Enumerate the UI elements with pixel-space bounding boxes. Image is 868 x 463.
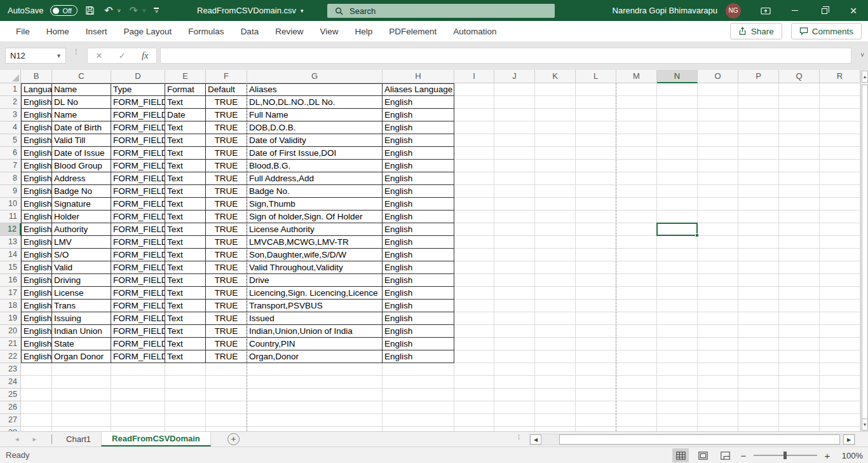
sheet-nav-left-icon[interactable]: ◂	[15, 435, 19, 443]
cell-O4[interactable]	[698, 121, 738, 134]
formula-input[interactable]	[160, 48, 851, 64]
cell-R7[interactable]	[820, 160, 860, 172]
tab-home[interactable]: Home	[38, 21, 78, 42]
cell-E22[interactable]: Text	[165, 350, 206, 363]
cell-P23[interactable]	[738, 363, 779, 376]
cell-I16[interactable]	[454, 274, 494, 287]
cell-B25[interactable]	[21, 389, 52, 401]
cell-M8[interactable]	[616, 172, 657, 185]
tab-automation[interactable]: Automation	[445, 21, 505, 42]
cell-K16[interactable]	[535, 274, 576, 287]
cell-O12[interactable]	[698, 223, 738, 236]
cell-F12[interactable]: TRUE	[206, 223, 247, 236]
cell-H10[interactable]: English	[383, 198, 454, 211]
cell-G23[interactable]	[247, 363, 383, 376]
cell-B9[interactable]: English	[21, 185, 52, 198]
row-header-16[interactable]: 16	[0, 274, 21, 287]
cell-J18[interactable]	[494, 300, 535, 312]
cell-G7[interactable]: Blood,B.G.	[247, 160, 383, 172]
cell-M7[interactable]	[616, 160, 657, 172]
scroll-up-icon[interactable]: ▲	[862, 71, 868, 83]
cell-K18[interactable]	[535, 300, 576, 312]
cell-D3[interactable]: FORM_FIELD	[111, 109, 165, 121]
cell-G9[interactable]: Badge No.	[247, 185, 383, 198]
scroll-right-icon[interactable]: ▶	[843, 434, 855, 445]
cell-O26[interactable]	[698, 401, 738, 414]
cell-B19[interactable]: English	[21, 312, 52, 325]
cell-Q26[interactable]	[779, 401, 820, 414]
cell-K15[interactable]	[535, 261, 576, 274]
cell-M26[interactable]	[616, 401, 657, 414]
cell-H19[interactable]: English	[383, 312, 454, 325]
cell-F9[interactable]: TRUE	[206, 185, 247, 198]
row-header-5[interactable]: 5	[0, 134, 21, 147]
cell-R4[interactable]	[820, 121, 860, 134]
row-header-18[interactable]: 18	[0, 300, 21, 312]
cell-C6[interactable]: Date of Issue	[52, 147, 111, 160]
zoom-in-icon[interactable]: +	[823, 450, 832, 461]
cell-Q3[interactable]	[779, 109, 820, 121]
tab-data[interactable]: Data	[233, 21, 268, 42]
cell-J2[interactable]	[494, 96, 535, 109]
cell-P27[interactable]	[738, 414, 779, 427]
cell-I24[interactable]	[454, 376, 494, 389]
avatar[interactable]: NG	[726, 3, 741, 18]
cell-E12[interactable]: Text	[165, 223, 206, 236]
cell-F21[interactable]: TRUE	[206, 338, 247, 350]
cell-H6[interactable]: English	[383, 147, 454, 160]
cell-C26[interactable]	[52, 401, 111, 414]
cell-G25[interactable]	[247, 389, 383, 401]
cell-K20[interactable]	[535, 325, 576, 338]
cell-I14[interactable]	[454, 249, 494, 261]
cell-B11[interactable]: English	[21, 211, 52, 223]
cell-O10[interactable]	[698, 198, 738, 211]
customize-quick-access-icon[interactable]: ˅	[154, 8, 159, 13]
cell-F5[interactable]: TRUE	[206, 134, 247, 147]
cell-R24[interactable]	[820, 376, 860, 389]
cell-F13[interactable]: TRUE	[206, 236, 247, 249]
cell-G24[interactable]	[247, 376, 383, 389]
cell-Q5[interactable]	[779, 134, 820, 147]
cell-H25[interactable]	[383, 389, 454, 401]
cell-B26[interactable]	[21, 401, 52, 414]
cell-N11[interactable]	[657, 211, 698, 223]
cell-N6[interactable]	[657, 147, 698, 160]
cell-C18[interactable]: Trans	[52, 300, 111, 312]
cell-O28[interactable]	[698, 427, 738, 431]
cell-J19[interactable]	[494, 312, 535, 325]
share-button[interactable]: Share	[730, 23, 782, 39]
cell-L6[interactable]	[576, 147, 616, 160]
tab-file[interactable]: File	[8, 21, 38, 42]
cell-H3[interactable]: English	[383, 109, 454, 121]
cell-L21[interactable]	[576, 338, 616, 350]
cell-K5[interactable]	[535, 134, 576, 147]
close-icon[interactable]: ✕	[839, 0, 868, 21]
cell-C12[interactable]: Authority	[52, 223, 111, 236]
column-header-M[interactable]: M	[616, 70, 657, 83]
cell-Q25[interactable]	[779, 389, 820, 401]
cell-C17[interactable]: License	[52, 287, 111, 300]
cell-F8[interactable]: TRUE	[206, 172, 247, 185]
cell-R21[interactable]	[820, 338, 860, 350]
cell-D23[interactable]	[111, 363, 165, 376]
cell-D16[interactable]: FORM_FIELD	[111, 274, 165, 287]
cell-O16[interactable]	[698, 274, 738, 287]
cell-I4[interactable]	[454, 121, 494, 134]
tab-formulas[interactable]: Formulas	[180, 21, 232, 42]
cell-I22[interactable]	[454, 350, 494, 363]
cell-R19[interactable]	[820, 312, 860, 325]
cell-L25[interactable]	[576, 389, 616, 401]
vertical-scrollbar[interactable]: ▲ ▼	[860, 70, 868, 431]
cell-I23[interactable]	[454, 363, 494, 376]
cell-Q6[interactable]	[779, 147, 820, 160]
cell-I21[interactable]	[454, 338, 494, 350]
row-header-3[interactable]: 3	[0, 109, 21, 121]
cell-N26[interactable]	[657, 401, 698, 414]
cell-L28[interactable]	[576, 427, 616, 431]
cell-N7[interactable]	[657, 160, 698, 172]
cell-H22[interactable]: English	[383, 350, 454, 363]
cell-C7[interactable]: Blood Group	[52, 160, 111, 172]
cell-P12[interactable]	[738, 223, 779, 236]
cell-N23[interactable]	[657, 363, 698, 376]
cell-K14[interactable]	[535, 249, 576, 261]
